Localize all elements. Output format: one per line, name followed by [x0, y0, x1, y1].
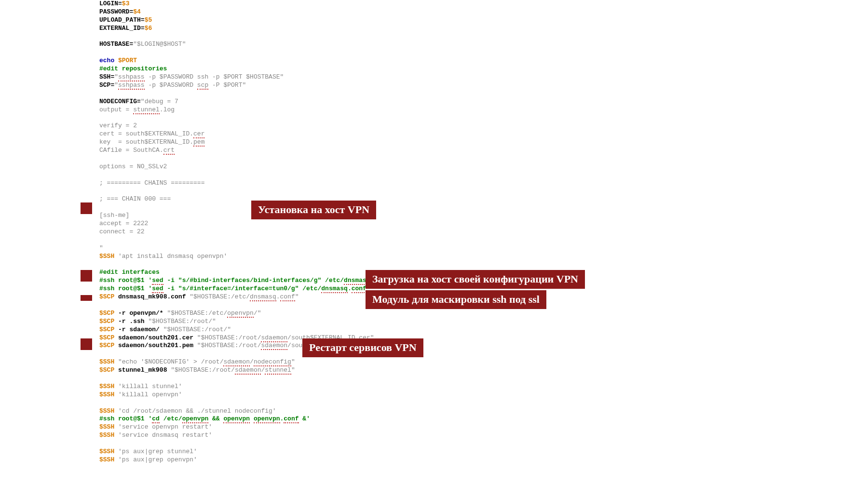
- comment-edit-interfaces: #edit interfaces: [99, 269, 160, 276]
- var-password: PASSWORD: [99, 8, 129, 15]
- var-hostbase: HOSTBASE: [99, 40, 129, 48]
- marker-stunnel: [81, 295, 92, 301]
- marker-upload-config: [81, 270, 92, 282]
- label-restart-services: Рестарт сервисов VPN: [302, 338, 423, 357]
- echo-keyword: echo: [99, 57, 114, 64]
- var-scp: SCP: [99, 81, 110, 89]
- label-upload-config: Загрузка на хост своей конфигурации VPN: [366, 270, 585, 289]
- code-block: LOGIN=$3 PASSWORD=$4 UPLOAD_PATH=$5 EXTE…: [99, 0, 393, 464]
- label-stunnel-module: Модуль для маскировки ssh под ssl: [366, 290, 546, 309]
- marker-restart: [81, 338, 92, 350]
- var-upload-path: UPLOAD_PATH: [99, 16, 141, 24]
- comment-edit-repositories: #edit repositories: [99, 65, 167, 72]
- var-external-id: EXTERNAL_ID: [99, 25, 141, 32]
- var-ssh: SSH: [99, 73, 110, 81]
- var-nodeconfig: NODECONFIG: [99, 98, 137, 105]
- label-install-vpn: Установка на хост VPN: [251, 201, 376, 219]
- var-login: LOGIN: [99, 0, 118, 7]
- marker-install: [81, 202, 92, 214]
